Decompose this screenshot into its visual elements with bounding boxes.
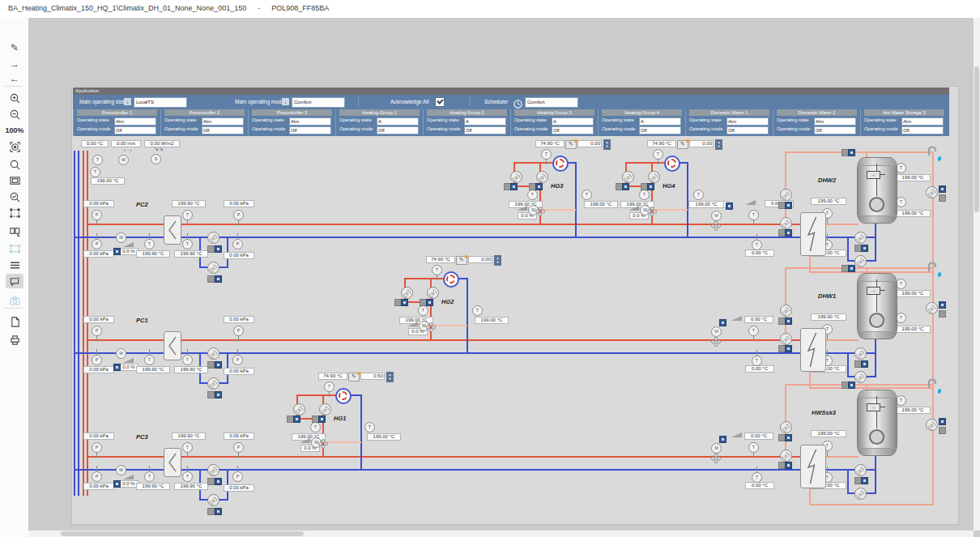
operating-mode-input[interactable]: Off: [464, 126, 506, 134]
pump-icon[interactable]: [207, 232, 219, 244]
forward-icon[interactable]: →: [6, 57, 23, 71]
pump-icon[interactable]: [926, 419, 938, 431]
value-box[interactable]: 199.00 °C: [811, 313, 846, 321]
circulation-pump-icon[interactable]: [664, 156, 680, 172]
valve-icon[interactable]: [647, 205, 657, 215]
value-box[interactable]: 199.00 °C: [688, 201, 724, 208]
value-box[interactable]: 199.90 °C: [136, 250, 170, 258]
operating-state-input[interactable]: A: [639, 117, 681, 126]
value-box[interactable]: 0.00 kPa: [224, 368, 254, 375]
pump-icon[interactable]: [854, 347, 867, 360]
value-box[interactable]: 0.00 °C: [81, 140, 109, 147]
spinner-control[interactable]: ▲▼: [386, 372, 394, 382]
value-box[interactable]: 0.00 kPa: [83, 250, 114, 258]
search-icon[interactable]: [6, 157, 23, 172]
value-box[interactable]: 199.90 °C: [172, 433, 206, 440]
value-box[interactable]: 199.90 °C: [174, 366, 208, 373]
value-box[interactable]: 199.00 °C: [895, 210, 931, 217]
setpoint-input[interactable]: 0.00: [468, 256, 492, 263]
pump-icon[interactable]: [207, 377, 219, 390]
split-view-icon[interactable]: [6, 224, 23, 238]
pump-icon[interactable]: [854, 255, 867, 267]
pump-icon[interactable]: [207, 464, 219, 476]
new-page-icon[interactable]: [6, 314, 23, 329]
value-box[interactable]: 0.00 kPa: [224, 252, 254, 259]
value-box[interactable]: 199.00 °C: [367, 433, 401, 441]
value-box[interactable]: 0.00 °C: [744, 433, 773, 440]
operating-mode-input[interactable]: Off: [639, 126, 681, 134]
main-operating-mode-input[interactable]: Comfort: [292, 97, 345, 108]
setpoint-box[interactable]: 74.90 °C: [318, 373, 347, 380]
print-icon[interactable]: [6, 332, 23, 347]
setpoint-box[interactable]: 74.90 °C: [535, 140, 565, 147]
scrollbar-thumb[interactable]: [61, 531, 304, 536]
pump-icon[interactable]: [536, 171, 548, 183]
operating-mode-input[interactable]: Off: [814, 126, 856, 134]
horizontal-scrollbar[interactable]: [28, 531, 974, 537]
operating-state-input[interactable]: A: [464, 117, 506, 126]
pump-icon[interactable]: [207, 494, 219, 506]
value-box[interactable]: 199.00 °C: [584, 201, 618, 208]
edit-icon[interactable]: ✎: [348, 373, 360, 381]
value-box[interactable]: 0.00 kPa: [83, 200, 114, 207]
operating-mode-input[interactable]: Off: [114, 126, 156, 134]
operating-mode-input[interactable]: Off: [552, 126, 594, 134]
operating-state-input[interactable]: Alm: [114, 117, 156, 126]
heat-exchanger[interactable]: [164, 448, 181, 477]
zoom-check-icon[interactable]: [6, 190, 23, 204]
pump-icon[interactable]: [319, 403, 331, 416]
value-box[interactable]: 199.90 °C: [174, 250, 208, 258]
pump-icon[interactable]: [648, 171, 660, 183]
heat-exchanger[interactable]: [164, 215, 181, 245]
value-box[interactable]: 199.90 °C: [172, 200, 206, 207]
acknowledge-all-checkbox[interactable]: [435, 97, 445, 107]
spinner-control[interactable]: ▲▼: [715, 139, 722, 150]
operating-state-input[interactable]: Alm: [202, 117, 244, 126]
value-box[interactable]: 199.00 °C: [475, 317, 509, 324]
pen-icon[interactable]: ✎: [6, 40, 23, 55]
vertical-scrollbar[interactable]: [974, 18, 980, 531]
pump-icon[interactable]: [854, 488, 867, 500]
value-box[interactable]: 199.00 °C: [895, 290, 931, 297]
zoom-out-icon[interactable]: [6, 107, 23, 121]
setpoint-input[interactable]: 0.00: [689, 140, 714, 147]
back-icon[interactable]: ←: [6, 71, 23, 86]
operating-state-input[interactable]: Alm: [814, 117, 856, 126]
value-box[interactable]: 199.00 °C: [811, 430, 846, 437]
valve-icon[interactable]: [711, 335, 721, 345]
setpoint-input[interactable]: 0.00: [577, 140, 602, 147]
pump-icon[interactable]: [926, 186, 938, 198]
pump-icon[interactable]: [427, 287, 439, 299]
value-box[interactable]: 199.90 °C: [136, 366, 170, 373]
value-box[interactable]: 0.00 kPa: [83, 483, 114, 490]
value-box[interactable]: 0.00 °C: [744, 316, 773, 323]
value-box[interactable]: 0.00 kPa: [224, 484, 254, 492]
heat-exchanger[interactable]: [164, 331, 181, 360]
setpoint-input[interactable]: 0.50: [360, 373, 385, 380]
override-icon[interactable]: ↓: [124, 98, 131, 105]
value-box[interactable]: 0.00 °C: [745, 249, 774, 257]
pump-icon[interactable]: [780, 450, 792, 462]
circulation-pump-icon[interactable]: [552, 156, 569, 172]
pump-icon[interactable]: [780, 189, 792, 201]
menu-icon[interactable]: [6, 258, 23, 272]
value-box[interactable]: 199.00 °C: [91, 177, 125, 185]
setpoint-box[interactable]: 74.90 °C: [647, 140, 676, 147]
spinner-control[interactable]: ▲▼: [494, 255, 501, 266]
override-icon[interactable]: ↓: [282, 98, 289, 105]
pump-icon[interactable]: [854, 464, 867, 476]
operating-mode-input[interactable]: Off: [901, 126, 944, 134]
pump-icon[interactable]: [854, 371, 867, 383]
value-box[interactable]: 0.00 kPa: [83, 366, 114, 373]
valve-icon[interactable]: [426, 321, 436, 330]
pump-icon[interactable]: [207, 347, 219, 360]
pump-icon[interactable]: [622, 171, 634, 183]
operating-mode-input[interactable]: Off: [202, 126, 244, 134]
value-box[interactable]: 199.90 °C: [174, 483, 208, 490]
valve-icon[interactable]: [535, 205, 545, 215]
value-box[interactable]: 0.00 °C: [745, 482, 774, 489]
valve-icon[interactable]: [318, 437, 328, 447]
spinner-control[interactable]: ▲▼: [603, 139, 611, 150]
operating-state-input[interactable]: Alm: [726, 117, 769, 126]
storage-tank[interactable]: →: [857, 390, 897, 456]
